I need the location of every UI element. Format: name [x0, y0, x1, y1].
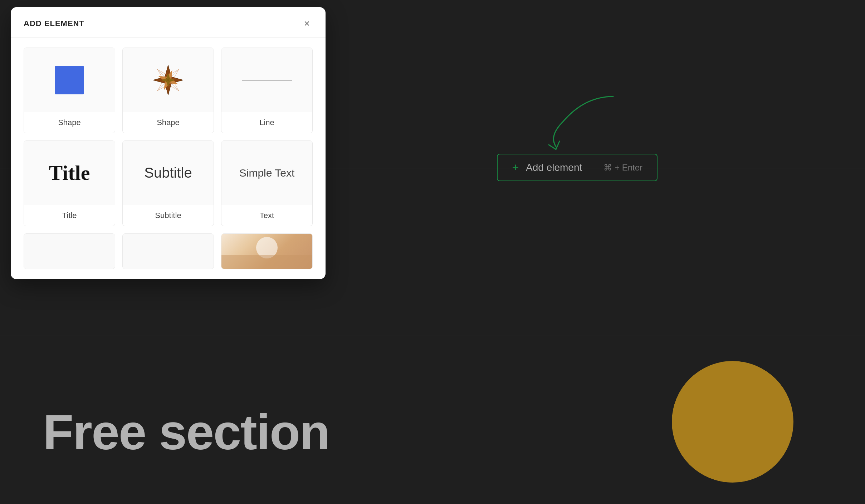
partial-middle-preview [123, 234, 214, 269]
element-card-subtitle[interactable]: Subtitle Subtitle [122, 140, 214, 226]
shape-square-label: Shape [24, 112, 115, 133]
elements-grid: Shape [24, 48, 313, 269]
partial-photo-preview [221, 234, 312, 269]
title-label: Title [24, 205, 115, 226]
text-label: Text [221, 205, 312, 226]
photo-thumbnail [221, 234, 312, 269]
subtitle-preview-text: Subtitle [144, 165, 192, 181]
element-card-text[interactable]: Simple Text Text [221, 140, 313, 226]
element-card-partial-middle[interactable] [122, 233, 214, 269]
title-preview: Title [24, 141, 115, 205]
modal-close-button[interactable]: × [301, 17, 313, 30]
modal-body: Shape [11, 38, 326, 279]
modal-title: ADD ELEMENT [24, 19, 84, 28]
subtitle-preview: Subtitle [123, 141, 214, 205]
line-label: Line [221, 112, 312, 133]
partial-left-preview [24, 234, 115, 269]
shape-star-preview [123, 48, 214, 112]
shape-square-preview [24, 48, 115, 112]
element-card-partial-photo[interactable] [221, 233, 313, 269]
element-card-partial-left[interactable] [24, 233, 115, 269]
subtitle-label: Subtitle [123, 205, 214, 226]
star-icon [150, 62, 186, 98]
element-card-line[interactable]: Line [221, 48, 313, 133]
shape-star-label: Shape [123, 112, 214, 133]
simple-text-preview: Simple Text [221, 141, 312, 205]
line-preview [221, 48, 312, 112]
simple-text-preview-text: Simple Text [239, 167, 295, 179]
element-card-title[interactable]: Title Title [24, 140, 115, 226]
add-element-modal: ADD ELEMENT × Shape [11, 7, 326, 279]
blue-square-icon [55, 66, 84, 94]
line-icon [242, 80, 292, 80]
modal-header: ADD ELEMENT × [11, 7, 326, 38]
element-card-shape-star[interactable]: Shape [122, 48, 214, 133]
title-preview-text: Title [49, 161, 90, 185]
element-card-shape-square[interactable]: Shape [24, 48, 115, 133]
